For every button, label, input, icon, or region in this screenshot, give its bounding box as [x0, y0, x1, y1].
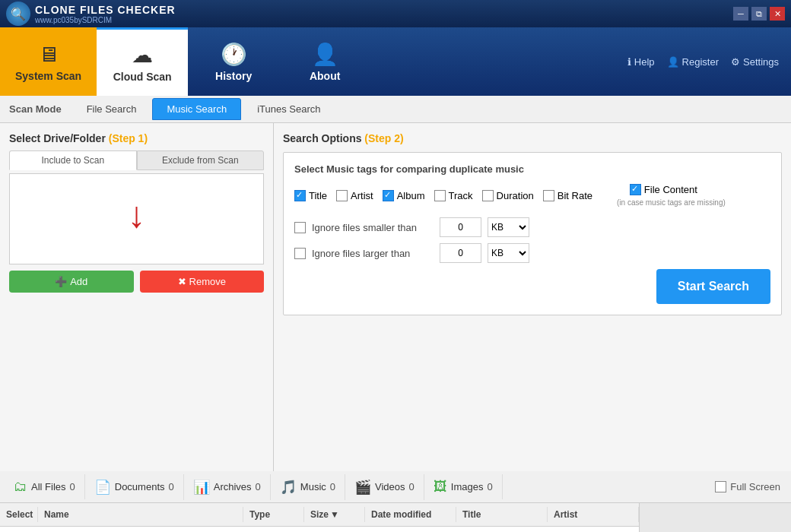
documents-icon: 📄 [94, 479, 111, 496]
scan-tabs: Include to Scan Exclude from Scan [9, 150, 264, 170]
title-cb [294, 190, 306, 201]
register-nav-item[interactable]: 👤 Register [667, 56, 719, 68]
help-nav-item[interactable]: ℹ Help [627, 56, 655, 68]
cloud-scan-label: Cloud Scan [113, 71, 172, 83]
documents-label: Documents [115, 481, 165, 492]
images-label: Images [451, 481, 484, 492]
nav-about[interactable]: 👤 About [279, 27, 370, 96]
add-button[interactable]: ➕ Add [9, 271, 134, 293]
include-to-scan-tab[interactable]: Include to Scan [9, 150, 137, 170]
ignore-smaller-cb [294, 222, 306, 233]
nav-cloud-scan[interactable]: ☁ Cloud Scan [97, 27, 188, 96]
results-table: Select Name Type Size ▼ Date modified Ti… [0, 503, 639, 532]
tag-filecontent-checkbox[interactable]: File Content (in case music tags are mis… [602, 184, 726, 207]
music-tags-row: Title Artist Album Track [294, 184, 770, 207]
search-options-title: Search Options (Step 2) [283, 132, 782, 144]
results-area: Select Name Type Size ▼ Date modified Ti… [0, 503, 791, 532]
settings-nav-item[interactable]: ⚙ Settings [731, 56, 779, 68]
fullscreen-checkbox[interactable]: Full Screen [715, 481, 786, 492]
options-subtitle: Select Music tags for comparing duplicat… [294, 163, 770, 175]
th-title: Title [456, 507, 548, 522]
videos-count: 0 [409, 481, 415, 492]
minimize-button[interactable]: ─ [733, 7, 748, 21]
videos-label: Videos [375, 481, 405, 492]
exclude-from-scan-tab[interactable]: Exclude from Scan [137, 150, 265, 170]
maximize-button[interactable]: ⧉ [751, 7, 767, 21]
nav-bar: 🖥 System Scan ☁ Cloud Scan 🕐 History 👤 A… [0, 27, 791, 96]
tag-album-checkbox[interactable]: Album [383, 190, 425, 201]
ignore-smaller-unit[interactable]: KB MB GB [488, 217, 529, 237]
track-cb [434, 190, 446, 201]
artist-cb [336, 190, 348, 201]
remove-icon: ✖ [178, 276, 186, 287]
register-icon: 👤 [667, 56, 679, 68]
settings-icon: ⚙ [731, 56, 740, 68]
ignore-larger-unit[interactable]: KB MB GB [488, 243, 529, 263]
options-box: Select Music tags for comparing duplicat… [283, 152, 782, 315]
th-type: Type [243, 507, 304, 522]
filecontent-note: (in case music tags are missing) [617, 198, 726, 207]
preview-panel [639, 503, 791, 532]
ignore-smaller-row: Ignore files smaller than KB MB GB [294, 217, 770, 237]
all-files-count: 0 [70, 481, 75, 492]
tag-track-checkbox[interactable]: Track [434, 190, 473, 201]
all-files-icon: 🗂 [14, 479, 27, 495]
nav-history[interactable]: 🕐 History [188, 27, 279, 96]
tag-title-checkbox[interactable]: Title [294, 190, 327, 201]
filecontent-cb [630, 184, 641, 195]
about-icon: 👤 [312, 42, 338, 67]
tag-bitrate-checkbox[interactable]: Bit Rate [543, 190, 592, 201]
logo-icon: 🔍 [6, 2, 30, 26]
table-header: Select Name Type Size ▼ Date modified Ti… [0, 503, 639, 527]
close-button[interactable]: ✕ [770, 7, 785, 21]
step1-label: (Step 1) [109, 132, 148, 144]
app-title-block: CLONE FILES CHECKER www.pc035bySDRCIM [35, 4, 176, 24]
archives-icon: 📊 [193, 479, 210, 496]
th-size[interactable]: Size ▼ [304, 507, 365, 522]
documents-count: 0 [169, 481, 174, 492]
archives-label: Archives [214, 481, 252, 492]
app-subtitle: www.pc035bySDRCIM [35, 16, 176, 24]
tab-all-files[interactable]: 🗂 All Files 0 [5, 474, 85, 499]
ignore-larger-cb [294, 248, 306, 259]
system-scan-label: System Scan [15, 70, 81, 82]
help-icon: ℹ [627, 56, 631, 68]
app-logo: 🔍 CLONE FILES CHECKER www.pc035bySDRCIM [6, 2, 176, 26]
tab-music[interactable]: 🎵 Music 0 [271, 474, 345, 500]
main-content: Select Drive/Folder (Step 1) Include to … [0, 123, 791, 471]
window-controls: ─ ⧉ ✕ [733, 7, 785, 21]
fullscreen-cb [715, 481, 726, 492]
music-icon: 🎵 [280, 479, 297, 496]
ignore-smaller-checkbox[interactable] [294, 222, 306, 233]
ignore-smaller-label: Ignore files smaller than [312, 222, 434, 233]
tag-artist-checkbox[interactable]: Artist [336, 190, 373, 201]
th-name: Name [38, 507, 243, 522]
start-search-button[interactable]: Start Search [656, 269, 770, 304]
tab-videos[interactable]: 🎬 Videos 0 [345, 474, 424, 500]
tag-duration-checkbox[interactable]: Duration [482, 190, 534, 201]
app-title: CLONE FILES CHECKER [35, 4, 176, 16]
about-label: About [310, 70, 340, 82]
tab-images[interactable]: 🖼 Images 0 [424, 474, 503, 499]
nav-system-scan[interactable]: 🖥 System Scan [0, 27, 97, 96]
images-icon: 🖼 [434, 479, 447, 495]
th-artist: Artist [548, 507, 639, 522]
tab-documents[interactable]: 📄 Documents 0 [85, 474, 184, 500]
results-empty-area [0, 527, 639, 532]
help-label: Help [634, 56, 655, 68]
music-count: 0 [330, 481, 335, 492]
tab-itunes-search[interactable]: iTunes Search [243, 98, 335, 120]
all-files-label: All Files [31, 481, 66, 492]
archives-count: 0 [256, 481, 261, 492]
music-label: Music [300, 481, 326, 492]
settings-label: Settings [743, 56, 779, 68]
tab-archives[interactable]: 📊 Archives 0 [184, 474, 271, 500]
ignore-smaller-input[interactable] [440, 217, 481, 237]
tab-music-search[interactable]: Music Search [152, 98, 241, 120]
tab-file-search[interactable]: File Search [72, 98, 151, 120]
ignore-larger-checkbox[interactable] [294, 248, 306, 259]
remove-button[interactable]: ✖ Remove [140, 271, 265, 293]
ignore-larger-input[interactable] [440, 243, 481, 263]
sort-icon: ▼ [330, 509, 339, 520]
left-panel-title: Select Drive/Folder (Step 1) [9, 132, 264, 144]
